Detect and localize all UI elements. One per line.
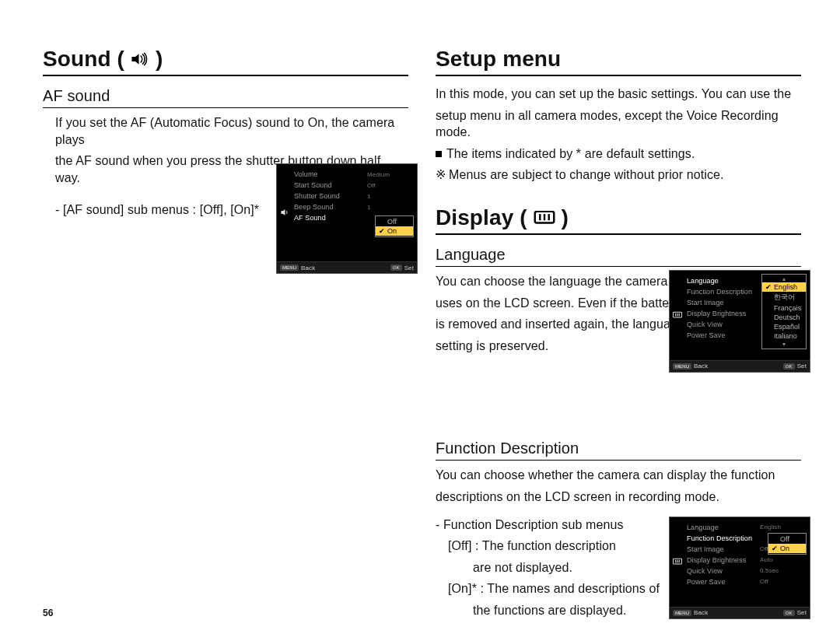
af-sound-desc-line1: If you set the AF (Automatic Focus) soun… <box>55 114 408 148</box>
fd-popup: Off ✔On <box>768 533 807 555</box>
af-sound-menu-screenshot: VolumeMedium Start SoundOff Shutter Soun… <box>276 163 418 274</box>
popup-option: Off <box>376 217 413 226</box>
speaker-icon <box>279 164 290 261</box>
left-column: Sound ( ) AF sound If you set the AF (Au… <box>43 47 408 223</box>
menu-row: Beep Sound1 <box>292 201 414 212</box>
set-button[interactable]: OKSet <box>783 363 807 370</box>
setup-desc-line1: In this mode, you can set up the basic s… <box>436 86 801 103</box>
sound-heading-text: Sound ( <box>43 47 124 72</box>
manual-page: Sound ( ) AF sound If you set the AF (Au… <box>0 0 840 634</box>
popup-option: Español <box>762 322 806 331</box>
back-button[interactable]: MENUBack <box>673 609 708 616</box>
menu-row: Display BrightnessAuto <box>685 555 807 566</box>
note-mark-icon: ※ <box>436 168 446 181</box>
menu-row: Quick View0.5sec <box>685 566 807 576</box>
menu-row: Start SoundOff <box>292 180 414 191</box>
monitor-icon <box>672 271 683 359</box>
check-icon: ✔ <box>379 227 385 235</box>
language-popup: ▴ ✔English 한국어 Français Deutsch Español … <box>761 274 807 349</box>
svg-marker-1 <box>282 209 285 215</box>
menu-row: Shutter Sound1 <box>292 191 414 201</box>
check-icon: ✔ <box>765 283 772 291</box>
popup-option: 한국어 <box>762 292 806 303</box>
page-number: 56 <box>43 608 54 618</box>
chevron-down-icon: ▾ <box>762 341 806 348</box>
function-description-menu-screenshot: LanguageEnglish Function Description Sta… <box>669 517 810 619</box>
speaker-loud-icon <box>131 52 149 66</box>
setup-note-defaults: The items indicated by * are default set… <box>436 145 801 163</box>
back-button[interactable]: MENUBack <box>673 363 708 370</box>
menu-row: VolumeMedium <box>292 169 414 180</box>
set-button[interactable]: OKSet <box>783 609 807 616</box>
menu-row: Power SaveOff <box>685 576 807 587</box>
function-description-heading: Function Description <box>436 440 801 461</box>
popup-option: Italiano <box>762 331 806 341</box>
setup-desc-line2: setup menu in all camera modes, except t… <box>436 107 801 141</box>
fd-desc-line: descriptions on the LCD screen in record… <box>436 489 801 506</box>
setup-menu-heading: Setup menu <box>436 47 801 76</box>
menu-footer-bar: MENUBack OKSet <box>670 607 810 618</box>
chevron-up-icon: ▴ <box>762 275 806 282</box>
popup-option-selected: ✔On <box>376 226 413 236</box>
fd-desc-line: You can choose whether the camera can di… <box>436 467 801 484</box>
monitor-icon <box>534 211 555 225</box>
af-sound-heading: AF sound <box>43 87 408 108</box>
menu-footer-bar: MENUBack OKSet <box>277 261 417 273</box>
check-icon: ✔ <box>772 545 778 552</box>
monitor-icon <box>672 517 683 606</box>
set-button[interactable]: OKSet <box>390 264 414 271</box>
popup-option-selected: ✔On <box>768 544 806 553</box>
right-column: Setup menu In this mode, you can set up … <box>436 47 801 624</box>
menu-row: LanguageEnglish <box>685 522 807 533</box>
popup-option: Deutsch <box>762 313 806 322</box>
popup-option: Français <box>762 303 806 313</box>
back-button[interactable]: MENUBack <box>280 264 315 271</box>
language-heading: Language <box>436 246 801 267</box>
language-menu-screenshot: Language Function Description Start Imag… <box>669 270 810 373</box>
sound-heading: Sound ( ) <box>43 47 408 76</box>
svg-marker-0 <box>131 54 138 65</box>
square-bullet-icon <box>436 151 442 157</box>
sound-heading-close: ) <box>156 47 163 72</box>
display-heading: Display ( ) <box>436 205 801 235</box>
setup-note-change: ※Menus are subject to change without pri… <box>436 166 801 184</box>
menu-footer-bar: MENUBack OKSet <box>670 360 810 372</box>
popup-option: Off <box>768 534 806 544</box>
af-sound-popup: Off ✔On <box>375 215 414 237</box>
popup-option-selected: ✔English <box>762 282 806 292</box>
